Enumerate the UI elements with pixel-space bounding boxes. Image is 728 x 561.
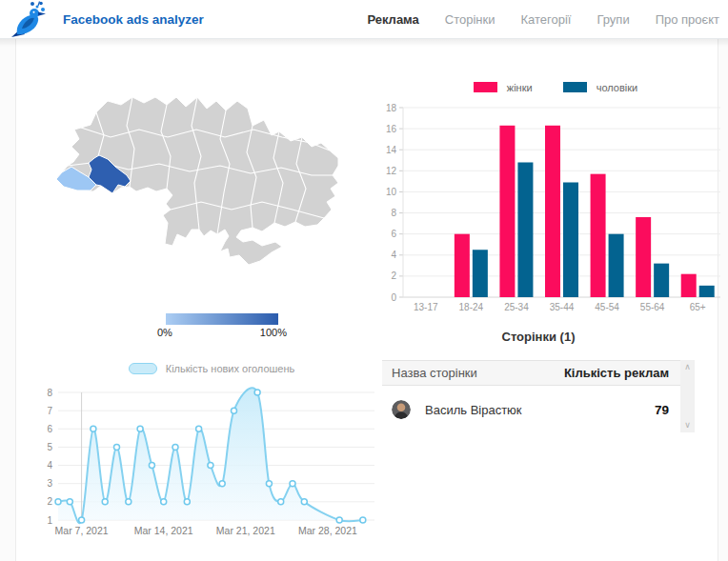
svg-text:2: 2 xyxy=(47,496,52,507)
pages-section-title: Сторінки (1) xyxy=(382,330,695,344)
svg-text:10: 10 xyxy=(386,187,397,197)
svg-text:3: 3 xyxy=(47,478,52,489)
svg-text:6: 6 xyxy=(47,424,52,434)
content-card: 0% 100% жінки чоловіки 02468101214161813… xyxy=(15,39,718,561)
nav-item-pages[interactable]: Сторінки xyxy=(445,12,495,27)
line-chart-legend: Кількість нових оголошень xyxy=(39,360,384,377)
page-avatar xyxy=(392,400,411,419)
svg-text:6: 6 xyxy=(391,229,396,239)
pages-table: Назва сторінки Кількість реклам xyxy=(382,360,695,433)
table-row[interactable]: Василь Вірастюк 79 xyxy=(382,386,695,433)
svg-text:4: 4 xyxy=(391,250,396,260)
svg-text:4: 4 xyxy=(47,460,52,471)
svg-text:Mar 28, 2021: Mar 28, 2021 xyxy=(298,525,357,536)
navbar: Facebook ads analyzer Реклама Сторінки К… xyxy=(0,0,728,39)
svg-text:16: 16 xyxy=(386,124,397,134)
legend-label-female: жінки xyxy=(507,82,533,93)
table-header-row: Назва сторінки Кількість реклам xyxy=(382,360,695,386)
svg-text:35-44: 35-44 xyxy=(550,302,575,312)
legend-swatch-new-ads xyxy=(129,363,157,374)
legend-swatch-male xyxy=(563,82,587,92)
nav-item-about[interactable]: Про проєкт xyxy=(656,12,719,27)
legend-label-male: чоловіки xyxy=(597,82,638,93)
brand-title: Facebook ads analyzer xyxy=(63,12,204,27)
brand: Facebook ads analyzer xyxy=(0,0,204,38)
legend-swatch-female xyxy=(474,82,497,92)
svg-text:18: 18 xyxy=(386,103,397,113)
line-chart-panel: Кількість нових оголошень 12345678Mar 7,… xyxy=(39,360,384,549)
svg-text:14: 14 xyxy=(386,145,397,155)
nav-item-categories[interactable]: Категорії xyxy=(520,12,571,27)
map-legend-gradient xyxy=(166,313,278,325)
map-legend-min: 0% xyxy=(157,327,172,338)
page-name: Василь Вірастюк xyxy=(425,403,522,417)
app-window: Facebook ads analyzer Реклама Сторінки К… xyxy=(0,0,728,561)
column-header-ads-count: Кількість реклам xyxy=(564,366,669,380)
table-scrollbar[interactable]: ∧ ∨ xyxy=(680,360,695,432)
scroll-up-icon[interactable]: ∧ xyxy=(684,363,691,371)
svg-text:45-54: 45-54 xyxy=(595,302,619,312)
svg-text:12: 12 xyxy=(386,166,397,176)
map-legend: 0% 100% xyxy=(146,313,298,338)
nav-item-groups[interactable]: Групи xyxy=(597,12,629,27)
svg-text:8: 8 xyxy=(391,208,396,218)
map-panel: 0% 100% xyxy=(39,69,382,307)
legend-label-new-ads: Кількість нових оголошень xyxy=(166,363,295,374)
svg-text:13-17: 13-17 xyxy=(414,302,438,312)
svg-text:Mar 7, 2021: Mar 7, 2021 xyxy=(55,525,109,536)
svg-text:1: 1 xyxy=(47,515,52,526)
ads-count-value: 79 xyxy=(655,403,669,417)
svg-text:18-24: 18-24 xyxy=(459,302,484,312)
bar-chart-legend: жінки чоловіки xyxy=(382,80,728,94)
svg-text:7: 7 xyxy=(47,406,52,416)
ukraine-choropleth-map[interactable] xyxy=(39,69,382,278)
svg-text:2: 2 xyxy=(391,270,396,281)
svg-text:Mar 21, 2021: Mar 21, 2021 xyxy=(216,525,275,536)
column-header-page-name: Назва сторінки xyxy=(392,366,477,380)
svg-text:8: 8 xyxy=(47,388,52,398)
svg-text:55-64: 55-64 xyxy=(640,302,665,312)
bird-logo-icon xyxy=(8,0,53,38)
scroll-down-icon[interactable]: ∨ xyxy=(684,421,691,430)
svg-text:25-34: 25-34 xyxy=(504,302,529,312)
svg-text:5: 5 xyxy=(47,442,52,452)
map-legend-max: 100% xyxy=(260,327,287,338)
bar-chart-panel: жінки чоловіки 02468101214161813-1718-24… xyxy=(382,80,728,320)
pages-panel: Сторінки (1) Назва сторінки Кількість ре… xyxy=(382,330,695,433)
new-ads-line-chart[interactable]: 12345678Mar 7, 2021Mar 14, 2021Mar 21, 2… xyxy=(39,381,384,545)
age-gender-bar-chart[interactable]: 02468101214161813-1718-2425-3435-4445-54… xyxy=(382,95,728,316)
nav-item-ads[interactable]: Реклама xyxy=(367,12,418,27)
svg-text:65+: 65+ xyxy=(690,302,706,312)
svg-text:Mar 14, 2021: Mar 14, 2021 xyxy=(134,525,193,536)
main-nav: Реклама Сторінки Категорії Групи Про про… xyxy=(367,12,728,27)
svg-text:0: 0 xyxy=(391,292,396,303)
